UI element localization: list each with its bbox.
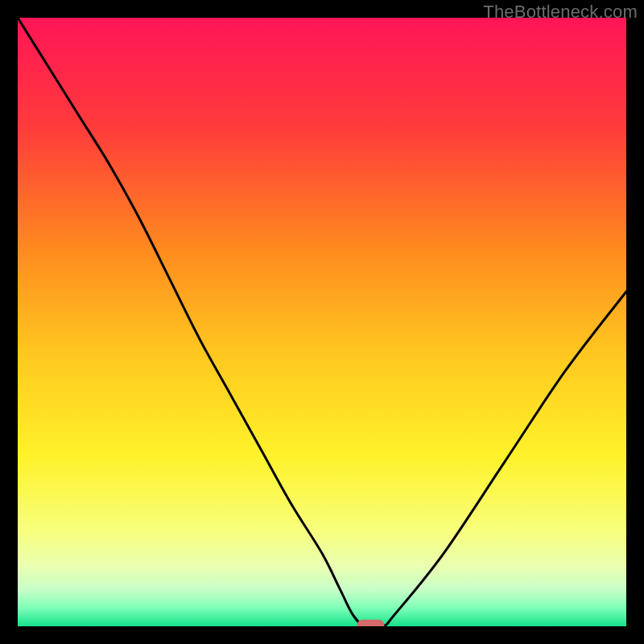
watermark-text: TheBottleneck.com <box>483 2 638 23</box>
plot-area <box>18 18 626 626</box>
bottleneck-chart <box>18 18 626 626</box>
chart-frame: TheBottleneck.com <box>0 0 644 644</box>
gradient-background <box>18 18 626 626</box>
optimum-marker <box>357 620 384 626</box>
